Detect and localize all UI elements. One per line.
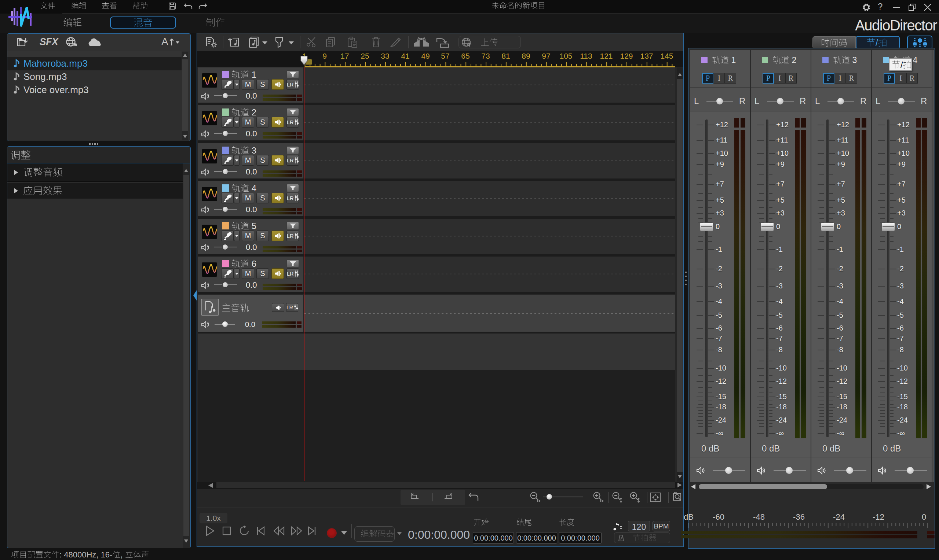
svg-text:LR: LR — [287, 271, 294, 277]
svg-text:LR: LR — [287, 82, 294, 88]
svg-text:LR: LR — [287, 305, 293, 311]
svg-text:LR: LR — [287, 158, 294, 163]
svg-text:LR: LR — [287, 120, 294, 125]
svg-text:LR: LR — [287, 233, 294, 239]
svg-text:LR: LR — [287, 195, 294, 201]
